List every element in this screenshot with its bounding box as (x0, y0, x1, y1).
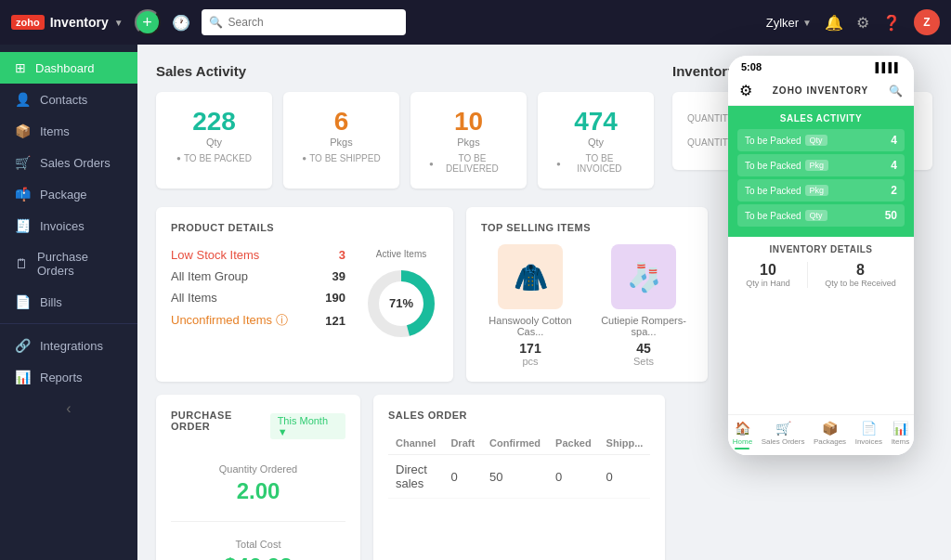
mobile-row-1-label: To be Packed Qty (745, 135, 827, 146)
po-divider (171, 521, 345, 522)
circle-icon: ● (176, 154, 181, 163)
mobile-footer: 🏠 Home 🛒 Sales Orders 📦 Packages 📄 Invoi… (728, 414, 914, 455)
mobile-sales-section: SALES ACTIVITY To be Packed Qty 4 To be … (728, 106, 914, 237)
item-group-row: All Item Group 39 (171, 266, 345, 287)
sidebar-item-integrations[interactable]: 🔗 Integrations (0, 330, 137, 361)
mobile-footer-items[interactable]: 📊 Items (892, 421, 910, 449)
sidebar-item-label: Package (40, 188, 87, 202)
sidebar-collapse-button[interactable]: ‹ (0, 393, 137, 424)
notifications-icon[interactable]: 🔔 (825, 14, 843, 32)
sidebar-item-label: Contacts (40, 93, 87, 107)
sidebar-item-reports[interactable]: 📊 Reports (0, 361, 137, 393)
mobile-stat-divider (807, 262, 808, 288)
low-stock-row: Low Stock Items 3 (171, 244, 345, 266)
chevron-left-icon: ‹ (66, 400, 71, 417)
history-icon[interactable]: 🕐 (172, 14, 190, 32)
sidebar-item-label: Reports (40, 371, 83, 384)
packed-sublabel: ● TO BE PACKED (175, 153, 254, 163)
circle-icon: ● (556, 160, 561, 168)
cell-channel: Direct sales (388, 455, 443, 499)
help-icon[interactable]: ❓ (882, 14, 901, 32)
circle-icon: ● (302, 154, 306, 163)
activity-card-packed[interactable]: 228 Qty ● TO BE PACKED (156, 92, 272, 189)
mobile-signal-icons: ▐▐▐ ▌ (872, 62, 901, 72)
sidebar-item-label: Bills (40, 295, 62, 309)
search-bar: 🔍 (202, 9, 406, 35)
sidebar-item-items[interactable]: 📦 Items (0, 115, 137, 147)
delivered-count: 10 (429, 107, 508, 137)
col-channel: Channel (388, 432, 443, 455)
sidebar-divider (0, 323, 137, 324)
mobile-row-3-label: To be Packed Pkg (745, 185, 828, 196)
cell-draft: 0 (443, 455, 482, 499)
donut-chart-area: Active Items 71% (364, 222, 438, 367)
sidebar-item-purchase-orders[interactable]: 🗒 Purchase Orders (0, 241, 137, 286)
mobile-footer-invoices[interactable]: 📄 Invoices (855, 421, 882, 449)
sidebar-item-label: Sales Orders (40, 156, 111, 170)
item-1-name: Hanswooly Cotton Cas... (481, 315, 580, 337)
active-indicator (735, 448, 749, 449)
search-input[interactable] (228, 16, 398, 29)
add-new-button[interactable]: + (135, 9, 161, 35)
po-period-selector[interactable]: This Month ▼ (270, 413, 345, 439)
sidebar-item-invoices[interactable]: 🧾 Invoices (0, 210, 137, 241)
sales-order-box: SALES ORDER Channel Draft Confirmed Pack… (373, 395, 665, 560)
mobile-footer-home[interactable]: 🏠 Home (733, 421, 752, 449)
mobile-row-4-badge: Qty (805, 210, 827, 221)
activity-card-invoiced[interactable]: 474 Qty ● TO BE INVOICED (538, 92, 654, 189)
shipped-label: Pkgs (302, 137, 381, 148)
mobile-time: 5:08 (741, 61, 762, 72)
mobile-footer-invoices-label: Invoices (855, 437, 882, 446)
sidebar-item-contacts[interactable]: 👤 Contacts (0, 84, 137, 115)
mobile-search-icon[interactable]: 🔍 (889, 85, 903, 98)
mobile-inventory-stats: 10 Qty in Hand 8 Qty to be Received (737, 262, 905, 288)
nav-right: Zylker ▼ 🔔 ⚙ ❓ Z (766, 9, 940, 35)
settings-icon[interactable]: ⚙ (856, 14, 869, 32)
avatar[interactable]: Z (914, 9, 940, 35)
sidebar-item-dashboard[interactable]: ⊞ Dashboard (0, 52, 137, 84)
col-confirmed: Confirmed (482, 432, 548, 455)
sales-orders-icon: 🛒 (15, 155, 31, 170)
mobile-row-3-badge: Pkg (805, 185, 829, 196)
sidebar-item-bills[interactable]: 📄 Bills (0, 286, 137, 318)
item-1-unit: pcs (481, 356, 580, 367)
mobile-row-2-label: To be Packed Pkg (745, 160, 828, 171)
packages-footer-icon: 📦 (822, 421, 838, 436)
mobile-row-4-count: 50 (885, 209, 897, 222)
activity-card-shipped[interactable]: 6 Pkgs ● TO BE SHIPPED (283, 92, 399, 189)
mobile-qty-in-hand: 10 Qty in Hand (746, 262, 790, 288)
cell-shipped: 0 (599, 455, 651, 499)
all-items-value: 190 (325, 291, 345, 305)
mobile-status-bar: 5:08 ▐▐▐ ▌ (728, 56, 914, 76)
user-menu[interactable]: Zylker ▼ (766, 16, 812, 30)
user-name: Zylker (766, 16, 799, 30)
package-icon: 📫 (15, 187, 31, 202)
zoho-logo: zoho (11, 15, 45, 30)
mobile-footer-packages[interactable]: 📦 Packages (814, 421, 846, 449)
app-dropdown-icon[interactable]: ▼ (114, 18, 124, 28)
invoiced-sublabel: ● TO BE INVOICED (556, 153, 635, 174)
low-stock-value: 3 (339, 248, 345, 262)
sidebar-item-package[interactable]: 📫 Package (0, 178, 137, 210)
svg-text:71%: 71% (389, 296, 413, 310)
mobile-inventory-section: INVENTORY DETAILS 10 Qty in Hand 8 Qty t… (728, 237, 914, 295)
app-logo: zoho Inventory ▼ (11, 15, 124, 30)
packed-label: Qty (175, 137, 254, 148)
home-icon: 🏠 (735, 421, 750, 436)
low-stock-label: Low Stock Items (171, 248, 259, 262)
search-icon: 🔍 (209, 16, 223, 29)
activity-card-delivered[interactable]: 10 Pkgs ● TO BE DELIVERED (410, 92, 527, 189)
item-group-label: All Item Group (171, 269, 248, 283)
unconfirmed-row: Unconfirmed Items ⓘ 121 (171, 308, 345, 332)
sidebar-item-sales-orders[interactable]: 🛒 Sales Orders (0, 147, 137, 178)
shipped-count: 6 (302, 107, 381, 137)
mobile-footer-home-label: Home (733, 437, 752, 446)
app-name: Inventory (50, 15, 109, 30)
mobile-footer-sales[interactable]: 🛒 Sales Orders (762, 421, 805, 449)
mobile-settings-icon[interactable]: ⚙ (739, 82, 752, 99)
po-title: PURCHASE ORDER (171, 410, 270, 432)
sidebar-item-label: Invoices (40, 219, 85, 233)
so-table-header: Channel Draft Confirmed Packed Shipp... (388, 432, 650, 455)
table-row: Direct sales 0 50 0 0 (388, 455, 650, 499)
po-qty-stat: Quantity Ordered 2.00 (171, 454, 345, 514)
